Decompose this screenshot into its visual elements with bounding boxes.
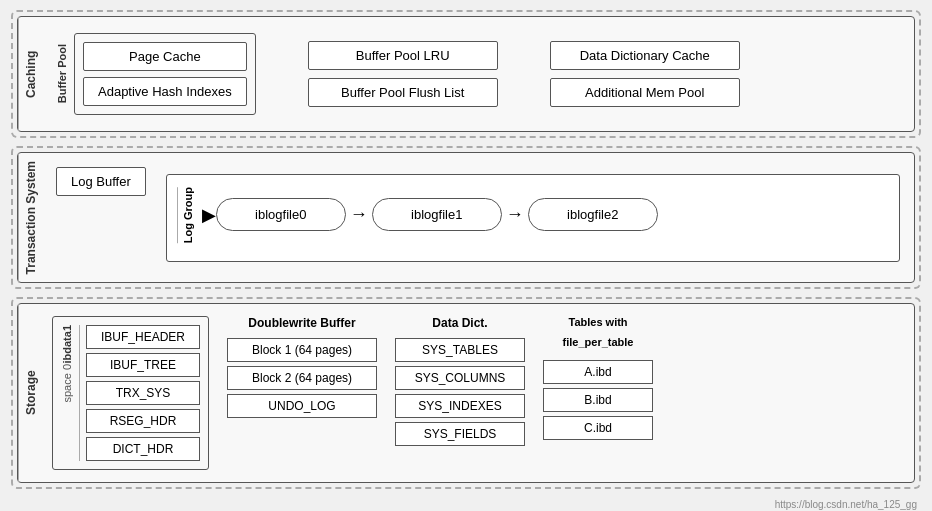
ibdata-label1: ibdata1 <box>61 325 73 364</box>
trx-sys-box: TRX_SYS <box>86 381 200 405</box>
block1-box: Block 1 (64 pages) <box>227 338 377 362</box>
log-buffer-box: Log Buffer <box>56 167 146 196</box>
arrow-start: ▶ <box>202 204 216 226</box>
caching-section-outer: Caching Buffer Pool Page Cache Adaptive … <box>11 10 921 138</box>
sys-columns-box: SYS_COLUMNS <box>395 366 525 390</box>
arrow-2: → <box>502 204 528 225</box>
data-dict: Data Dict. SYS_TABLES SYS_COLUMNS SYS_IN… <box>395 316 525 446</box>
log-group-label: Log Group <box>177 187 194 243</box>
ibuf-header-box: IBUF_HEADER <box>86 325 200 349</box>
caching-section: Caching Buffer Pool Page Cache Adaptive … <box>17 16 915 132</box>
right-column: Data Dictionary Cache Additional Mem Poo… <box>550 41 740 107</box>
b-ibd-box: B.ibd <box>543 388 653 412</box>
block2-box: Block 2 (64 pages) <box>227 366 377 390</box>
c-ibd-box: C.ibd <box>543 416 653 440</box>
storage-label: Storage <box>18 304 42 482</box>
dict-hdr-box: DICT_HDR <box>86 437 200 461</box>
iblogfile0-box: iblogfile0 <box>216 198 346 231</box>
transaction-section: Transaction System Log Buffer Log Group … <box>17 152 915 283</box>
sys-fields-box: SYS_FIELDS <box>395 422 525 446</box>
log-group-outer: Log Group ▶ iblogfile0 → iblogfile1 → ib… <box>166 174 900 262</box>
ibdata-group: ibdata1 space 0 IBUF_HEADER IBUF_TREE TR… <box>52 316 209 470</box>
dd-label: Data Dict. <box>432 316 487 330</box>
adaptive-hash-box: Adaptive Hash Indexes <box>83 77 247 106</box>
tables-sublabel: file_per_table <box>563 336 634 348</box>
log-files-row: ▶ iblogfile0 → iblogfile1 → iblogfile2 <box>202 198 889 231</box>
buffer-pool-area: Buffer Pool Page Cache Adaptive Hash Ind… <box>56 33 256 115</box>
dw-buffer: Doublewrite Buffer Block 1 (64 pages) Bl… <box>227 316 377 418</box>
log-group-label-row: Log Group ▶ iblogfile0 → iblogfile1 → ib… <box>177 187 889 243</box>
caching-content: Buffer Pool Page Cache Adaptive Hash Ind… <box>42 17 914 131</box>
watermark: https://blog.csdn.net/ha_125_gg <box>11 499 921 510</box>
storage-content: ibdata1 space 0 IBUF_HEADER IBUF_TREE TR… <box>42 304 914 482</box>
additional-mem-box: Additional Mem Pool <box>550 78 740 107</box>
undo-log-box: UNDO_LOG <box>227 394 377 418</box>
diagram-container: Caching Buffer Pool Page Cache Adaptive … <box>11 10 921 510</box>
ibdata-boxes: IBUF_HEADER IBUF_TREE TRX_SYS RSEG_HDR D… <box>86 325 200 461</box>
transaction-label: Transaction System <box>18 153 42 282</box>
buffer-pool-boxes: Page Cache Adaptive Hash Indexes <box>74 33 256 115</box>
page-cache-box: Page Cache <box>83 42 247 71</box>
rseg-hdr-box: RSEG_HDR <box>86 409 200 433</box>
transaction-content: Log Buffer Log Group ▶ iblogfile0 → iblo… <box>42 153 914 282</box>
buffer-pool-flush-box: Buffer Pool Flush List <box>308 78 498 107</box>
dw-label: Doublewrite Buffer <box>248 316 355 330</box>
ibdata-labels: ibdata1 space 0 <box>61 325 80 461</box>
storage-section: Storage ibdata1 space 0 IBUF_HEADER IBUF… <box>17 303 915 483</box>
data-dict-cache-box: Data Dictionary Cache <box>550 41 740 70</box>
transaction-section-outer: Transaction System Log Buffer Log Group … <box>11 146 921 289</box>
buffer-pool-lru-box: Buffer Pool LRU <box>308 41 498 70</box>
a-ibd-box: A.ibd <box>543 360 653 384</box>
storage-section-outer: Storage ibdata1 space 0 IBUF_HEADER IBUF… <box>11 297 921 489</box>
sys-indexes-box: SYS_INDEXES <box>395 394 525 418</box>
arrow-1: → <box>346 204 372 225</box>
iblogfile2-box: iblogfile2 <box>528 198 658 231</box>
sys-tables-box: SYS_TABLES <box>395 338 525 362</box>
caching-label: Caching <box>18 17 42 131</box>
center-column: Buffer Pool LRU Buffer Pool Flush List <box>308 41 498 107</box>
tables-label: Tables with <box>568 316 627 328</box>
ibuf-tree-box: IBUF_TREE <box>86 353 200 377</box>
ibdata-label2: space 0 <box>61 364 73 403</box>
buffer-pool-label: Buffer Pool <box>56 44 68 103</box>
iblogfile1-box: iblogfile1 <box>372 198 502 231</box>
tables-group: Tables with file_per_table A.ibd B.ibd C… <box>543 316 653 440</box>
